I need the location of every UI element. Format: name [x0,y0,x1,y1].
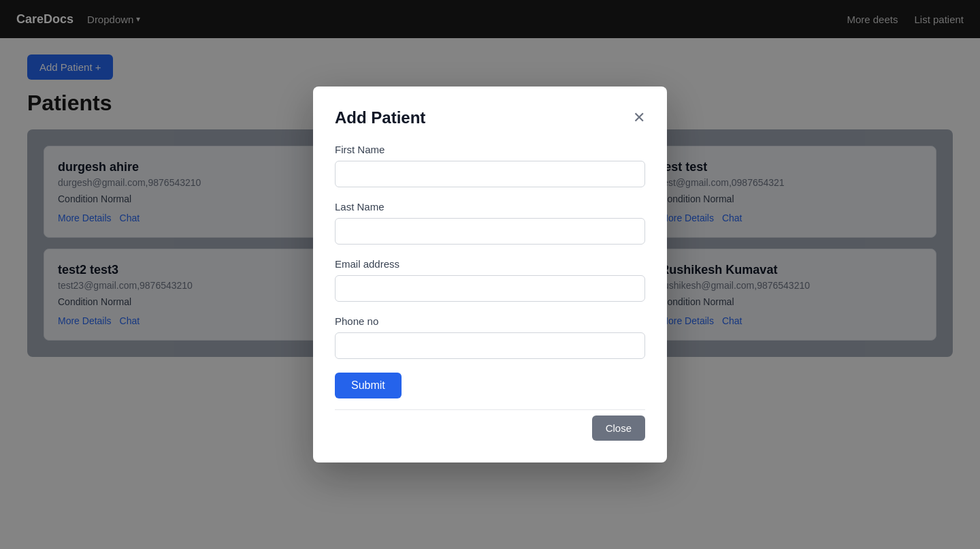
modal-header: Add Patient ✕ [335,108,645,127]
first-name-group: First Name [335,144,645,187]
email-input[interactable] [335,275,645,302]
phone-label: Phone no [335,315,645,327]
submit-button[interactable]: Submit [335,373,402,373]
modal-title: Add Patient [335,108,425,127]
last-name-input[interactable] [335,218,645,245]
modal-close-x-button[interactable]: ✕ [633,110,645,125]
modal-overlay[interactable]: Add Patient ✕ First Name Last Name Email… [0,0,980,373]
last-name-group: Last Name [335,201,645,245]
email-label: Email address [335,258,645,270]
phone-group: Phone no [335,315,645,359]
phone-input[interactable] [335,332,645,359]
add-patient-modal: Add Patient ✕ First Name Last Name Email… [313,87,667,373]
first-name-input[interactable] [335,161,645,187]
first-name-label: First Name [335,144,645,155]
last-name-label: Last Name [335,201,645,213]
email-group: Email address [335,258,645,302]
